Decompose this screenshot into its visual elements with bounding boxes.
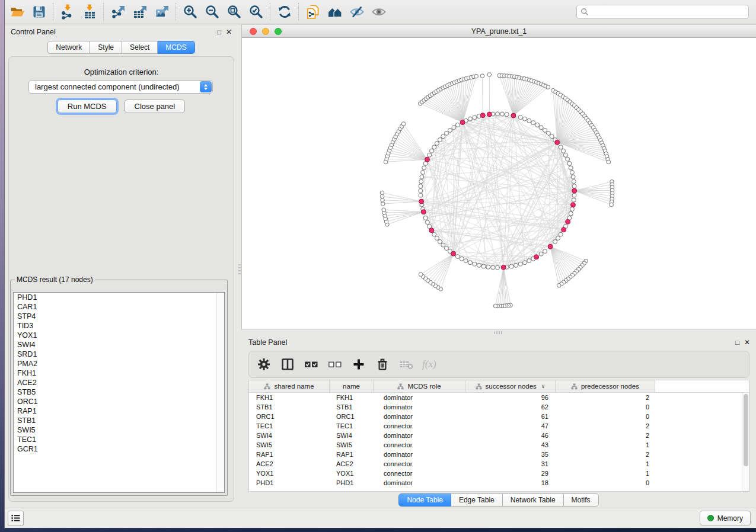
node[interactable] xyxy=(448,128,452,132)
node[interactable] xyxy=(468,117,473,121)
node[interactable] xyxy=(569,211,573,216)
table-row[interactable]: ACE2ACE2connector311 xyxy=(249,459,749,469)
node[interactable] xyxy=(477,263,481,267)
mcds-result-item[interactable]: PMA2 xyxy=(14,359,224,368)
node[interactable] xyxy=(425,220,429,225)
window-close-icon[interactable] xyxy=(250,28,257,35)
mcds-result-item[interactable]: RAP1 xyxy=(14,406,224,416)
node[interactable] xyxy=(381,202,385,206)
window-maximize-icon[interactable] xyxy=(275,28,282,35)
node[interactable] xyxy=(382,208,386,212)
node[interactable] xyxy=(539,126,543,130)
node[interactable] xyxy=(505,113,509,117)
search-input[interactable] xyxy=(592,7,745,17)
network-canvas[interactable] xyxy=(242,38,756,329)
mcds-result-item[interactable]: CAR1 xyxy=(14,302,224,312)
node[interactable] xyxy=(500,112,504,116)
node[interactable] xyxy=(419,188,423,193)
node[interactable] xyxy=(607,160,611,164)
mcds-result-item[interactable]: PHD1 xyxy=(14,293,224,302)
table-row[interactable]: TEC1TEC1connector472 xyxy=(249,421,749,431)
node[interactable] xyxy=(563,153,567,157)
deselect-all-rows-button[interactable] xyxy=(327,357,343,372)
node[interactable] xyxy=(445,246,449,251)
node[interactable] xyxy=(423,216,428,220)
node[interactable] xyxy=(464,259,468,263)
node[interactable] xyxy=(531,121,535,125)
task-history-button[interactable] xyxy=(8,511,24,526)
selected-node[interactable] xyxy=(480,113,485,118)
selected-node[interactable] xyxy=(451,251,456,256)
tab-mcds[interactable]: MCDS xyxy=(158,41,194,54)
node[interactable] xyxy=(509,264,513,268)
node[interactable] xyxy=(514,263,518,267)
node[interactable] xyxy=(567,161,572,165)
scrollbar-thumb[interactable] xyxy=(744,394,748,466)
mcds-result-item[interactable]: TID3 xyxy=(14,321,224,331)
node[interactable] xyxy=(496,265,500,270)
column-header-predecessor-nodes[interactable]: predecessor nodes xyxy=(556,380,655,392)
tab-select[interactable]: Select xyxy=(122,41,158,54)
table-row[interactable]: STB1STB1dominator620 xyxy=(249,402,749,412)
node[interactable] xyxy=(421,170,425,174)
node[interactable] xyxy=(493,304,497,308)
node[interactable] xyxy=(381,198,385,203)
zoom-out-button[interactable] xyxy=(201,1,223,23)
table-scrollbar[interactable] xyxy=(742,393,749,491)
node[interactable] xyxy=(486,265,490,269)
criterion-select[interactable]: largest connected component (undirected) xyxy=(28,80,213,94)
node[interactable] xyxy=(445,131,449,135)
zoom-in-button[interactable] xyxy=(179,1,201,23)
node[interactable] xyxy=(480,74,484,78)
delete-column-button[interactable] xyxy=(375,357,390,372)
selected-node[interactable] xyxy=(562,227,566,232)
node[interactable] xyxy=(572,184,576,188)
node[interactable] xyxy=(550,134,554,139)
close-panel-button[interactable]: Close panel xyxy=(125,100,186,113)
memory-button[interactable]: Memory xyxy=(700,511,751,525)
node[interactable] xyxy=(429,149,433,153)
node[interactable] xyxy=(438,137,442,142)
node[interactable] xyxy=(401,122,406,126)
mcds-result-item[interactable]: ACE2 xyxy=(14,378,224,387)
open-file-button[interactable] xyxy=(6,1,28,23)
node[interactable] xyxy=(543,249,547,254)
mcds-result-item[interactable]: STP4 xyxy=(14,312,224,321)
node[interactable] xyxy=(481,264,486,268)
node[interactable] xyxy=(460,257,464,261)
node[interactable] xyxy=(562,149,566,153)
node[interactable] xyxy=(546,85,550,89)
node[interactable] xyxy=(572,193,576,197)
run-mcds-button[interactable]: Run MCDS xyxy=(58,100,117,113)
mcds-result-item[interactable]: SWI4 xyxy=(14,340,224,350)
selected-node[interactable] xyxy=(566,219,570,224)
tab-network[interactable]: Network xyxy=(47,41,90,54)
mcds-result-item[interactable]: SWI5 xyxy=(14,425,224,435)
selected-node[interactable] xyxy=(511,113,516,118)
float-panel-icon[interactable]: □ xyxy=(735,339,739,346)
selected-node[interactable] xyxy=(460,120,465,124)
save-session-button[interactable] xyxy=(28,1,50,23)
node[interactable] xyxy=(380,194,384,198)
selected-node[interactable] xyxy=(501,265,506,270)
node[interactable] xyxy=(572,180,576,184)
tab-edge-table[interactable]: Edge Table xyxy=(451,493,503,507)
node[interactable] xyxy=(419,184,423,188)
table-row[interactable]: RAP1RAP1dominator352 xyxy=(249,450,749,459)
show-all-button[interactable] xyxy=(368,1,390,23)
tab-node-table[interactable]: Node Table xyxy=(398,493,451,507)
node[interactable] xyxy=(523,261,527,265)
show-columns-button[interactable] xyxy=(280,357,295,372)
tab-style[interactable]: Style xyxy=(90,41,122,54)
node[interactable] xyxy=(496,112,500,116)
close-panel-icon[interactable]: ✕ xyxy=(226,28,232,36)
tab-network-table[interactable]: Network Table xyxy=(503,493,564,507)
node[interactable] xyxy=(420,175,424,179)
node[interactable] xyxy=(527,118,531,123)
window-minimize-icon[interactable] xyxy=(262,28,269,35)
node[interactable] xyxy=(428,153,432,157)
select-all-rows-button[interactable] xyxy=(304,357,319,372)
selected-node[interactable] xyxy=(419,199,424,204)
node[interactable] xyxy=(523,117,527,121)
horizontal-splitter[interactable] xyxy=(241,329,756,335)
